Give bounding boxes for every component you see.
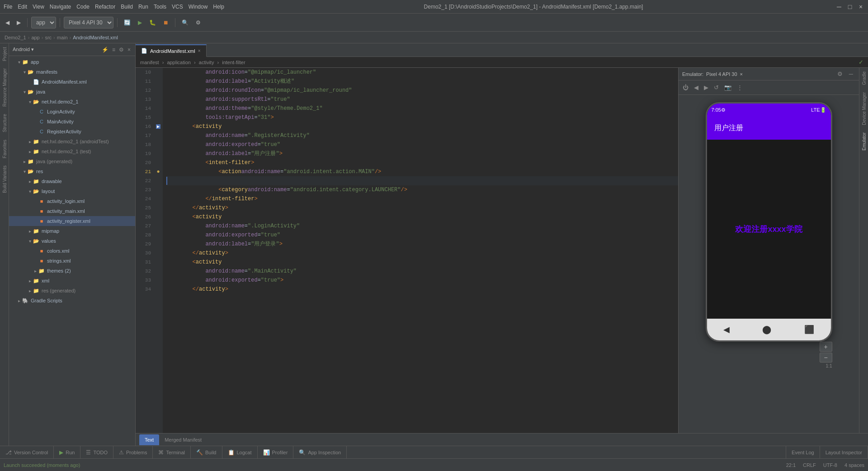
sidebar-resource-label[interactable]: Resource Manager: [0, 65, 9, 110]
tab-run[interactable]: ▶ Run: [54, 446, 80, 459]
sidebar-build-variants-label[interactable]: Build Variants: [0, 162, 9, 197]
run-config-dropdown[interactable]: app: [31, 17, 56, 28]
sync-icon-btn[interactable]: ⚡: [101, 46, 109, 54]
menu-run[interactable]: Run: [138, 4, 148, 10]
breadcrumb-file[interactable]: AndroidManifest.xml: [73, 35, 118, 40]
settings-tree-btn[interactable]: ⚙: [118, 46, 125, 54]
tab-build[interactable]: 🔨 Build: [191, 446, 222, 459]
breadcrumb-main[interactable]: main: [57, 35, 68, 40]
sync-button[interactable]: 🔄: [121, 17, 133, 28]
code-editor[interactable]: 10 11 12 13 14 15 16 17 18 19 20 21 22 2…: [136, 68, 678, 433]
menu-tools[interactable]: Tools: [154, 4, 166, 10]
toolbar-forward-button[interactable]: ▶: [14, 17, 24, 28]
editor-tab-merged-manifest[interactable]: Merged Manifest: [159, 434, 207, 445]
tab-close-btn[interactable]: ×: [198, 48, 201, 53]
sidebar-favorites-label[interactable]: Favorites: [0, 136, 9, 162]
tree-item-activity-login[interactable]: ■ activity_login.xml: [9, 196, 135, 206]
tree-item-mainactivity[interactable]: C MainActivity: [9, 117, 135, 127]
minimize-button[interactable]: ─: [835, 3, 843, 10]
tree-item-registeractivity[interactable]: C RegisterActivity: [9, 127, 135, 137]
tree-item-activity-register[interactable]: ■ activity_register.xml: [9, 216, 135, 226]
zoom-out-btn[interactable]: −: [820, 353, 832, 363]
device-dropdown[interactable]: Pixel 4 API 30: [64, 17, 113, 28]
tree-item-java[interactable]: ▾ 📂 java: [9, 87, 135, 97]
tree-item-colors[interactable]: ■ colors.xml: [9, 246, 135, 256]
menu-bar[interactable]: File Edit View Navigate Code Refactor Bu…: [4, 4, 224, 10]
indent-setting[interactable]: 4 spaces: [844, 462, 864, 468]
tab-event-log[interactable]: Event Log: [786, 446, 820, 459]
tree-item-loginactivity[interactable]: C LoginActivity: [9, 107, 135, 117]
tree-item-drawable[interactable]: ▸ 📁 drawable: [9, 176, 135, 186]
sidebar-project-label[interactable]: Project: [0, 43, 9, 65]
phone-home-btn[interactable]: ⬤: [762, 325, 771, 334]
tree-item-activity-main[interactable]: ■ activity_main.xml: [9, 206, 135, 216]
tree-item-res-generated[interactable]: ▸ 📁 res (generated): [9, 286, 135, 296]
line-ending[interactable]: CRLF: [803, 462, 816, 468]
close-button[interactable]: ×: [857, 3, 864, 10]
phone-back-btn[interactable]: ◀: [723, 325, 730, 334]
editor-tab-androidmanifest[interactable]: 📄 AndroidManifest.xml ×: [136, 44, 207, 57]
maximize-button[interactable]: □: [846, 3, 854, 10]
emulator-rotate-btn[interactable]: ↺: [712, 83, 721, 92]
menu-view[interactable]: View: [33, 4, 44, 10]
debug-button[interactable]: 🐛: [146, 17, 159, 28]
emulator-screenshot-btn[interactable]: 📷: [722, 83, 734, 92]
encoding[interactable]: UTF-8: [823, 462, 837, 468]
tree-item-res[interactable]: ▾ 📂 res: [9, 166, 135, 176]
emulator-device-name[interactable]: Pixel 4 API 30: [706, 71, 737, 77]
breadcrumb-project[interactable]: Demo2_1: [5, 35, 26, 40]
sidebar-device-manager-label[interactable]: Device Manager: [859, 89, 868, 129]
close-panel-btn[interactable]: ×: [127, 46, 132, 54]
cursor-position[interactable]: 22:1: [786, 462, 796, 468]
emulator-power-btn[interactable]: ⏻: [680, 83, 691, 92]
settings-button[interactable]: ⚙: [193, 17, 203, 28]
menu-help[interactable]: Help: [213, 4, 224, 10]
tab-app-inspection[interactable]: 🔍 App Inspection: [293, 446, 347, 459]
tree-item-strings[interactable]: ■ strings.xml: [9, 256, 135, 266]
menu-build[interactable]: Build: [121, 4, 133, 10]
menu-refactor[interactable]: Refactor: [95, 4, 115, 10]
tab-todo[interactable]: ☰ TODO: [80, 446, 113, 459]
sidebar-gradle-label[interactable]: Gradle: [859, 68, 868, 89]
tree-item-androidtest[interactable]: ▸ 📁 net.hxl.demo2_1 (androidTest): [9, 137, 135, 146]
tab-terminal[interactable]: ⌘ Terminal: [153, 446, 191, 459]
tree-item-mipmap[interactable]: ▸ 📁 mipmap: [9, 226, 135, 236]
search-everywhere-button[interactable]: 🔍: [179, 17, 191, 28]
emulator-next-btn[interactable]: ▶: [702, 83, 711, 92]
menu-vcs[interactable]: VCS: [172, 4, 183, 10]
tree-item-package[interactable]: ▾ 📂 net.hxl.demo2_1: [9, 97, 135, 107]
android-dropdown[interactable]: Android ▾: [13, 47, 34, 52]
tree-item-java-generated[interactable]: ▸ 📁 java (generated): [9, 156, 135, 166]
tab-problems[interactable]: ⚠ Problems: [113, 446, 153, 459]
zoom-in-btn[interactable]: +: [820, 342, 832, 352]
tab-profiler[interactable]: 📊 Profiler: [258, 446, 294, 459]
tab-version-control[interactable]: ⎇ Version Control: [0, 446, 54, 459]
menu-navigate[interactable]: Navigate: [50, 4, 71, 10]
menu-code[interactable]: Code: [76, 4, 90, 10]
code-content[interactable]: android:icon="@mipmap/ic_launcher" andro…: [163, 68, 678, 433]
tree-item-layout[interactable]: ▾ 📂 layout: [9, 186, 135, 196]
tree-item-gradle[interactable]: ▸ 🐘 Gradle Scripts: [9, 296, 135, 306]
emulator-settings-btn[interactable]: ⚙: [835, 69, 845, 79]
tab-logcat[interactable]: 📋 Logcat: [222, 446, 258, 459]
menu-file[interactable]: File: [4, 4, 12, 10]
emulator-close-device-btn[interactable]: ×: [740, 71, 743, 77]
collapse-all-btn[interactable]: ≡: [111, 46, 116, 54]
tree-item-values[interactable]: ▾ 📂 values: [9, 236, 135, 246]
emulator-panel-minimize-btn[interactable]: ─: [847, 69, 855, 79]
tree-item-themes[interactable]: ▸ 📁 themes (2): [9, 266, 135, 276]
tree-item-test[interactable]: ▸ 📁 net.hxl.demo2_1 (test): [9, 146, 135, 156]
emulator-menu-btn[interactable]: ⋮: [735, 83, 745, 92]
breadcrumb-src[interactable]: src: [45, 35, 52, 40]
emulator-back-btn[interactable]: ◀: [692, 83, 701, 92]
sidebar-structure-label[interactable]: Structure: [0, 110, 9, 136]
stop-button[interactable]: ⏹: [160, 17, 171, 28]
tree-item-manifests[interactable]: ▾ 📂 manifests: [9, 67, 135, 77]
menu-window[interactable]: Window: [189, 4, 208, 10]
run-button[interactable]: ▶: [135, 17, 145, 28]
breadcrumb-module[interactable]: app: [31, 35, 39, 40]
phone-recents-btn[interactable]: ⬛: [804, 325, 814, 334]
menu-edit[interactable]: Edit: [18, 4, 27, 10]
tree-item-app[interactable]: ▾ 📁 app: [9, 57, 135, 67]
sidebar-emulator-label[interactable]: Emulator: [859, 129, 868, 154]
